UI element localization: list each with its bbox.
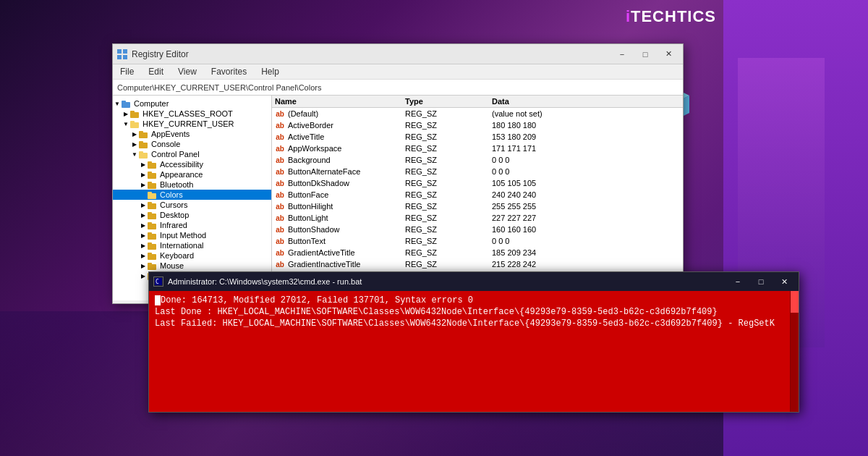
value-row-activeborder[interactable]: ab ActiveBorder REG_SZ 180 180 180 [272, 119, 683, 131]
menu-view[interactable]: View [175, 66, 200, 77]
address-text: Computer\HKEY_CURRENT_USER\Control Panel… [117, 83, 321, 92]
tree-accessibility[interactable]: ▶ Accessibility [113, 159, 271, 169]
cmd-icon: C [153, 276, 163, 287]
tree-arrow-appearance[interactable]: ▶ [139, 170, 148, 179]
value-type-8: REG_SZ [405, 214, 492, 222]
menu-help[interactable]: Help [258, 66, 282, 77]
close-button[interactable]: ✕ [658, 48, 678, 61]
cmd-line-2: Last Failed: HKEY_LOCAL_MACHINE\SOFTWARE… [155, 318, 793, 329]
value-type-0: REG_SZ [405, 121, 492, 130]
tree-arrow-appevents[interactable]: ▶ [130, 130, 139, 138]
tree-arrow-bluetooth[interactable]: ▶ [139, 180, 148, 189]
value-data-3: 0 0 0 [492, 156, 680, 164]
value-type-1: REG_SZ [405, 132, 492, 141]
tree-arrow-keyboard[interactable]: ▶ [139, 251, 148, 260]
folder-icon-keyboard [148, 252, 158, 260]
menu-favorites[interactable]: Favorites [208, 66, 250, 77]
tree-keyboard[interactable]: ▶ Keyboard [113, 250, 271, 261]
folder-icon-cp [139, 151, 149, 159]
tree-colors[interactable]: ▶ Colors [113, 190, 271, 200]
value-row-buttontext[interactable]: ab ButtonText REG_SZ 0 0 0 [272, 235, 683, 247]
value-data-12: 215 228 242 [492, 260, 680, 269]
maximize-button[interactable]: □ [635, 48, 655, 61]
value-row-gradientinactive[interactable]: ab GradientInactiveTitle REG_SZ 215 228 … [272, 258, 683, 270]
tree-control-panel[interactable]: ▼ Control Panel [113, 149, 271, 159]
cmd-window-controls: − □ ✕ [728, 275, 794, 288]
folder-icon-infrared [148, 221, 158, 229]
reg-icon-1: ab [275, 132, 285, 142]
tree-appevents[interactable]: ▶ AppEvents [113, 129, 271, 139]
tree-arrow-pers[interactable]: ▶ [139, 271, 148, 280]
reg-icon-0: ab [275, 120, 285, 130]
cmd-text-0: Done: 164713, Modified 27012, Failed 137… [161, 295, 473, 305]
value-name-default: (Default) [288, 109, 405, 118]
cmd-line-1: Last Done : HKEY_LOCAL_MACHINE\SOFTWARE\… [155, 307, 793, 317]
value-row-buttonaltface[interactable]: ab ButtonAlternateFace REG_SZ 0 0 0 [272, 166, 683, 177]
tree-arrow-acc[interactable]: ▶ [139, 160, 148, 169]
folder-icon-mouse [148, 262, 158, 270]
value-name-12: GradientInactiveTitle [288, 260, 405, 269]
tree-label-mouse: Mouse [160, 261, 184, 270]
tree-hkey-current-user[interactable]: ▼ HKEY_CURRENT_USER [113, 119, 271, 129]
value-name-1: ActiveTitle [288, 132, 405, 141]
tree-arrow-hkcr[interactable]: ▶ [122, 109, 130, 118]
value-row-activetitle[interactable]: ab ActiveTitle REG_SZ 153 180 209 [272, 131, 683, 143]
tree-console[interactable]: ▶ Console [113, 139, 271, 149]
value-type-default: REG_SZ [405, 109, 492, 118]
values-scroll[interactable]: ab (Default) REG_SZ (value not set) ab A… [272, 108, 683, 297]
reg-icon-6: ab [275, 190, 285, 200]
cmd-text-1: Last Done : HKEY_LOCAL_MACHINE\SOFTWARE\… [155, 307, 718, 317]
value-name-7: ButtonHilight [288, 202, 405, 211]
tree-arrow-intl[interactable]: ▶ [139, 241, 148, 250]
registry-addressbar[interactable]: Computer\HKEY_CURRENT_USER\Control Panel… [113, 80, 683, 96]
value-row-buttonlight[interactable]: ab ButtonLight REG_SZ 227 227 227 [272, 212, 683, 224]
menu-edit[interactable]: Edit [145, 66, 166, 77]
tree-infrared[interactable]: ▶ Infrared [113, 220, 271, 230]
value-name-5: ButtonDkShadow [288, 179, 405, 187]
value-row-gradientactive[interactable]: ab GradientActiveTitle REG_SZ 185 209 23… [272, 247, 683, 258]
tree-arrow-infrared[interactable]: ▶ [139, 221, 148, 229]
cmd-scrollbar[interactable] [790, 291, 799, 412]
tree-mouse[interactable]: ▶ Mouse [113, 261, 271, 271]
value-row-default[interactable]: ab (Default) REG_SZ (value not set) [272, 108, 683, 119]
value-row-background[interactable]: ab Background REG_SZ 0 0 0 [272, 154, 683, 166]
tree-arrow-console[interactable]: ▶ [130, 140, 139, 148]
cmd-minimize-button[interactable]: − [728, 275, 748, 288]
value-row-appworkspace[interactable]: ab AppWorkspace REG_SZ 171 171 171 [272, 143, 683, 154]
tree-arrow-cursors[interactable]: ▶ [139, 200, 148, 209]
svg-rect-16 [123, 49, 127, 54]
folder-icon-computer [122, 100, 132, 108]
tree-input-method[interactable]: ▶ Input Method [113, 230, 271, 240]
registry-menubar: File Edit View Favorites Help [113, 64, 683, 80]
value-row-buttondkshadow[interactable]: ab ButtonDkShadow REG_SZ 105 105 105 [272, 177, 683, 189]
tree-arrow-desktop[interactable]: ▶ [139, 211, 148, 219]
tree-desktop[interactable]: ▶ Desktop [113, 210, 271, 220]
tree-arrow-cp[interactable]: ▼ [130, 150, 139, 159]
value-row-buttonface[interactable]: ab ButtonFace REG_SZ 240 240 240 [272, 189, 683, 200]
value-type-11: REG_SZ [405, 248, 492, 257]
value-row-buttonhilight[interactable]: ab ButtonHilight REG_SZ 255 255 255 [272, 200, 683, 212]
folder-icon-hkcu [130, 120, 140, 128]
value-name-10: ButtonText [288, 237, 405, 245]
value-row-buttonshadow[interactable]: ab ButtonShadow REG_SZ 160 160 160 [272, 224, 683, 235]
tree-arrow-hkcu[interactable]: ▼ [122, 119, 130, 128]
tree-computer[interactable]: ▼ Computer [113, 98, 271, 109]
cmd-close-button[interactable]: ✕ [774, 275, 794, 288]
minimize-button[interactable]: − [612, 48, 632, 61]
tree-appearance[interactable]: ▶ Appearance [113, 169, 271, 180]
tree-arrow-mouse[interactable]: ▶ [139, 261, 148, 270]
value-type-9: REG_SZ [405, 225, 492, 234]
registry-tree-panel[interactable]: ▼ Computer ▶ HKEY_CLASSES_ROOT ▼ HKEY_CU… [113, 96, 272, 300]
tree-cursors[interactable]: ▶ Cursors [113, 200, 271, 210]
tree-label-appevents: AppEvents [151, 130, 190, 138]
tree-arrow-computer[interactable]: ▼ [113, 99, 122, 108]
menu-file[interactable]: File [117, 66, 137, 77]
tree-arrow-input[interactable]: ▶ [139, 231, 148, 240]
tree-hkey-classes-root[interactable]: ▶ HKEY_CLASSES_ROOT [113, 109, 271, 119]
tree-international[interactable]: ▶ International [113, 240, 271, 250]
value-type-6: REG_SZ [405, 190, 492, 199]
cmd-maximize-button[interactable]: □ [751, 275, 771, 288]
tree-bluetooth[interactable]: ▶ Bluetooth [113, 180, 271, 190]
reg-icon-3: ab [275, 155, 285, 165]
registry-title-left: Registry Editor [117, 49, 189, 59]
